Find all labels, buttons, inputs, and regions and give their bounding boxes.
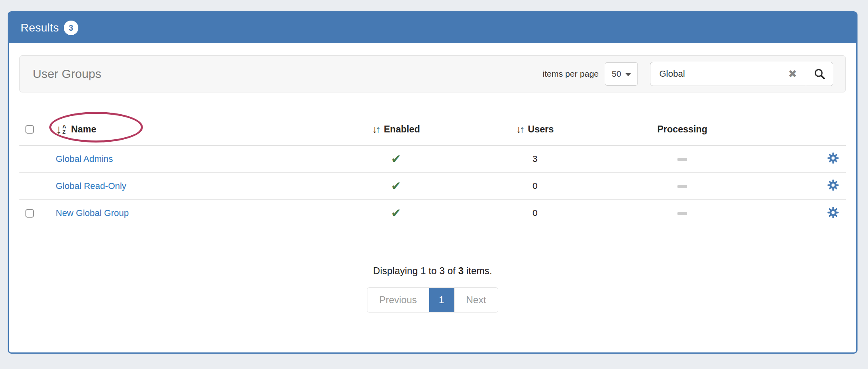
users-count: 0: [533, 208, 537, 218]
column-header-name[interactable]: ↓ A Z Name: [56, 123, 96, 136]
processing-dash-icon: [677, 212, 687, 215]
table-header-row: ↓ A Z Name ↓↑ Enabled: [19, 114, 846, 145]
column-header-enabled[interactable]: ↓↑ Enabled: [372, 124, 420, 135]
sort-both-icon: ↓↑: [372, 124, 379, 134]
group-link[interactable]: Global Read-Only: [56, 181, 126, 191]
gear-icon: [827, 206, 839, 219]
search-input-wrap: ✖: [650, 62, 806, 86]
select-all-checkbox[interactable]: [25, 125, 34, 134]
users-count: 3: [533, 154, 537, 164]
pager: Previous 1 Next: [367, 287, 498, 312]
page-1-button[interactable]: 1: [429, 288, 454, 312]
gear-icon: [827, 152, 839, 164]
search-input[interactable]: [650, 62, 806, 86]
row-settings-button[interactable]: [827, 179, 839, 191]
total-items-count: 3: [458, 265, 463, 276]
table-toolbar: User Groups items per page 50 ✖: [19, 55, 846, 92]
search-group: ✖: [650, 62, 833, 86]
results-panel: Results 3 User Groups items per page 50 …: [8, 11, 858, 354]
pager-row: Previous 1 Next: [9, 287, 856, 312]
processing-dash-icon: [677, 158, 687, 161]
user-groups-table: ↓ A Z Name ↓↑ Enabled: [19, 114, 846, 226]
next-page-button[interactable]: Next: [454, 288, 498, 312]
row-checkbox[interactable]: [25, 209, 34, 218]
column-header-users[interactable]: ↓↑ Users: [516, 124, 554, 135]
row-settings-button[interactable]: [827, 152, 839, 164]
table-row: New Global Group ✔ 0: [19, 199, 846, 226]
enabled-check-icon: ✔: [391, 179, 401, 193]
group-link[interactable]: Global Admins: [56, 154, 113, 164]
search-icon: [813, 67, 826, 80]
users-count: 0: [533, 181, 537, 191]
enabled-check-icon: ✔: [391, 206, 401, 220]
page-size-select[interactable]: 50: [605, 62, 638, 86]
toolbar-controls: items per page 50 ✖: [543, 62, 833, 86]
column-header-processing: Processing: [657, 124, 707, 134]
sort-both-icon: ↓↑: [516, 124, 523, 134]
table-row: Global Admins ✔ 3: [19, 145, 846, 172]
sort-alpha-asc-icon: ↓ A Z: [56, 123, 66, 136]
clear-search-icon[interactable]: ✖: [788, 69, 797, 79]
processing-dash-icon: [677, 185, 687, 188]
chevron-down-icon: [625, 73, 631, 76]
gear-icon: [827, 179, 839, 191]
enabled-check-icon: ✔: [391, 152, 401, 166]
group-link[interactable]: New Global Group: [56, 208, 129, 218]
search-button[interactable]: [806, 62, 833, 86]
table-title: User Groups: [33, 67, 101, 81]
previous-page-button[interactable]: Previous: [367, 288, 429, 312]
results-count-badge: 3: [64, 21, 78, 35]
page-size-value: 50: [612, 69, 621, 79]
panel-title: Results: [21, 21, 59, 34]
results-header: Results 3: [9, 13, 856, 43]
items-per-page-label: items per page: [543, 69, 599, 79]
table-row: Global Read-Only ✔ 0: [19, 172, 846, 199]
row-settings-button[interactable]: [827, 206, 839, 219]
pagination-summary: Displaying 1 to 3 of 3 items.: [9, 265, 856, 277]
